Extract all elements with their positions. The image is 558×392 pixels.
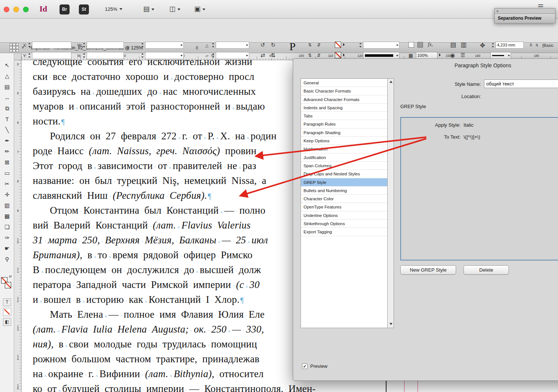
w-stepper[interactable] — [82, 42, 86, 49]
gradient-feather-tool[interactable]: ▦ — [0, 211, 14, 221]
rotate-ccw-button[interactable]: ↺ — [260, 42, 265, 48]
height-field[interactable] — [87, 52, 124, 59]
rotation-stepper[interactable] — [211, 42, 215, 49]
paragraph-style-dropdown[interactable]: [Basic — [542, 43, 554, 48]
panel-title[interactable]: Separations Preview — [494, 14, 555, 23]
grep-apply-style-row[interactable]: Apply Style: Italic — [401, 122, 558, 128]
list-item-drop-caps-and-nested-styles[interactable]: Drop Caps and Nested Styles — [301, 170, 387, 178]
spacing-control-c[interactable]: ⇅ — [308, 53, 312, 58]
close-icon[interactable]: × — [496, 9, 498, 14]
list-item-underline-options[interactable]: Underline Options — [301, 211, 387, 220]
x-position-field[interactable] — [32, 42, 71, 49]
list-item-tabs[interactable]: Tabs — [301, 112, 387, 120]
fill-flyout-arrow[interactable] — [343, 43, 345, 46]
wrap-none-button[interactable]: ▤ — [450, 41, 456, 49]
char-style-icon-b[interactable]: ą — [536, 42, 538, 47]
close-window-button[interactable] — [4, 7, 9, 12]
list-item-keep-options[interactable]: Keep Options — [301, 137, 387, 145]
width-field[interactable] — [87, 42, 124, 49]
zoom-window-button[interactable] — [23, 7, 29, 12]
scale-x-field[interactable] — [145, 42, 184, 49]
page-tool[interactable]: ▤ — [0, 81, 14, 92]
pencil-tool[interactable]: ✏ — [0, 146, 14, 157]
list-scrollbar[interactable] — [388, 78, 394, 328]
stock-button[interactable]: St — [79, 4, 89, 14]
scroll-up-icon[interactable] — [388, 80, 393, 84]
spacing-control-b[interactable]: ⇵ — [317, 42, 321, 48]
list-item-strikethrough-options[interactable]: Strikethrough Options — [301, 220, 387, 228]
constrain-proportions-icon[interactable]: 8 — [127, 45, 129, 51]
direct-selection-tool[interactable]: △ — [0, 71, 14, 81]
rectangle-tool[interactable]: ▭ — [0, 168, 14, 178]
scale-y-field[interactable] — [145, 52, 184, 59]
bridge-button[interactable]: Br — [60, 4, 70, 14]
list-item-advanced-character-formats[interactable]: Advanced Character Formats — [301, 95, 387, 104]
new-grep-style-button[interactable]: New GREP Style — [400, 265, 456, 275]
style-name-input[interactable]: общий текст — [484, 80, 558, 88]
constrain-scale-icon[interactable]: 8 — [196, 45, 198, 51]
scroll-down-icon[interactable] — [388, 322, 393, 326]
list-item-general[interactable]: General — [301, 79, 387, 87]
stroke-none-swatch[interactable] — [335, 52, 341, 58]
rotation-angle-field[interactable] — [216, 42, 249, 49]
pen-tool[interactable]: ✒ — [0, 135, 14, 146]
line-tool[interactable]: ╲ — [0, 124, 14, 135]
gap-tool[interactable]: ↔ — [0, 92, 14, 103]
list-item-paragraph-rules[interactable]: Paragraph Rules — [301, 120, 387, 128]
frame-fitting-button[interactable]: ✥ — [480, 42, 485, 49]
stroke-weight-dropdown[interactable] — [363, 42, 400, 49]
vertical-ruler[interactable]: 056789101112131415 — [14, 60, 22, 392]
shear-angle-field[interactable] — [216, 52, 249, 59]
content-collector-tool[interactable]: ⧉ — [0, 103, 14, 114]
wrap-bounding-button[interactable]: ▥ — [461, 41, 466, 49]
char-style-icon-a[interactable]: ä — [530, 42, 532, 47]
list-item-justification[interactable]: Justification — [301, 153, 387, 162]
document-presets-dropdown[interactable]: ▤ — [143, 5, 154, 13]
stroke-weight-stepper[interactable] — [359, 42, 362, 49]
stroke-flyout-arrow[interactable] — [343, 54, 345, 56]
list-item-bullets-and-numbering[interactable]: Bullets and Numbering — [301, 187, 387, 195]
zoom-tool[interactable]: ⚲ — [0, 254, 14, 265]
object-style-icon[interactable] — [417, 42, 423, 48]
type-tool[interactable]: T — [0, 114, 14, 124]
list-item-paragraph-shading[interactable]: Paragraph Shading — [301, 129, 387, 137]
scissors-tool[interactable]: ✂ — [0, 178, 14, 189]
view-options-dropdown[interactable]: ◫ — [169, 5, 180, 13]
flip-horizontal-button[interactable]: ⇄ — [260, 52, 265, 59]
y-position-field[interactable] — [32, 52, 71, 59]
effects-fx-menu[interactable]: fx, — [428, 42, 433, 48]
hand-tool[interactable]: ☛ — [0, 243, 14, 254]
list-item-character-color[interactable]: Character Color — [301, 195, 387, 203]
text-frame-options-button[interactable]: ☰ — [461, 52, 465, 58]
reference-point-proxy[interactable] — [10, 43, 19, 52]
zoom-level-dropdown[interactable]: 125% — [105, 6, 122, 12]
list-item-basic-character-formats[interactable]: Basic Character Formats — [301, 87, 387, 95]
scale-y-stepper[interactable] — [141, 52, 144, 59]
fill-none-swatch[interactable] — [335, 42, 341, 48]
h-stepper[interactable] — [82, 52, 86, 59]
list-item-indents-and-spacing[interactable]: Indents and Spacing — [301, 104, 387, 112]
grep-style-rule-box[interactable]: Apply Style: Italic To Text: \([^\)]+\) — [400, 117, 558, 260]
list-item-grep-style[interactable]: GREP Style — [301, 178, 387, 187]
scale-x-stepper[interactable] — [141, 42, 144, 49]
list-item-export-tagging[interactable]: Export Tagging — [301, 228, 387, 236]
mm-stepper[interactable] — [491, 42, 495, 49]
minimize-window-button[interactable] — [13, 7, 19, 12]
selection-tool[interactable]: ↖ — [0, 60, 14, 71]
list-item-span-columns[interactable]: Span Columns — [301, 162, 387, 170]
screen-mode-dropdown[interactable]: ▣ — [194, 5, 205, 13]
gradient-swatch-tool[interactable]: ▥ — [0, 200, 14, 211]
formatting-affects-text-button[interactable]: T — [3, 298, 11, 306]
preview-checkbox[interactable]: ✓ — [302, 363, 308, 369]
delete-button[interactable]: Delete — [464, 265, 509, 275]
no-effect-icon[interactable] — [408, 42, 414, 48]
swap-fill-stroke-icon[interactable]: ⇄ — [9, 275, 12, 278]
to-text-value[interactable]: \([^\)]+\) — [464, 134, 480, 140]
flip-vertical-button[interactable]: ⇅ — [271, 52, 276, 59]
spacing-control-d[interactable]: ⇵ — [317, 53, 321, 58]
list-item-opentype-features[interactable]: OpenType Features — [301, 203, 387, 211]
apply-style-value[interactable]: Italic — [464, 122, 474, 128]
grep-to-text-row[interactable]: To Text: \([^\)]+\) — [401, 134, 558, 140]
stroke-color-swatch[interactable] — [5, 282, 11, 288]
spacing-control-a[interactable]: ⇅ — [308, 42, 312, 48]
